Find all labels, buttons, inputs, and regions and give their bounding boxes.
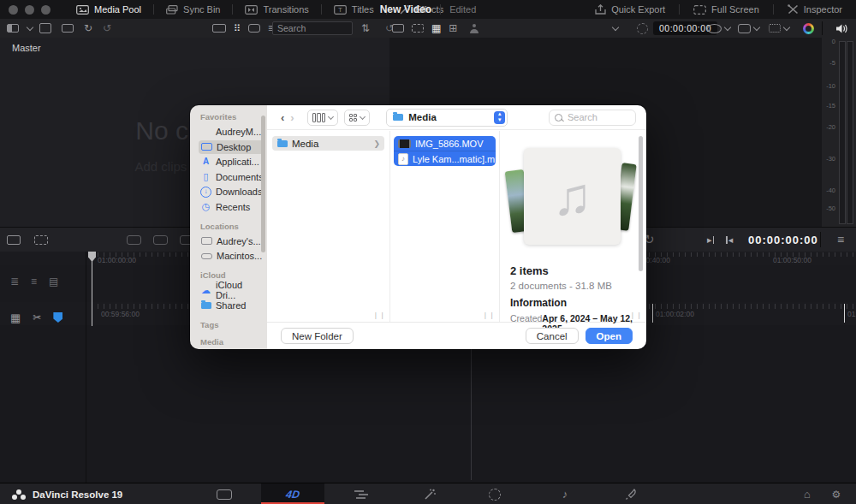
- search-input[interactable]: [272, 21, 353, 35]
- sidebar-toggle-icon[interactable]: [7, 24, 19, 33]
- thumbnail-view-icon[interactable]: ⠿: [234, 24, 241, 33]
- tab-sync-bin[interactable]: Sync Bin: [154, 0, 232, 19]
- timeline-tools-group: ≣ ≡ ▤: [10, 272, 58, 291]
- column-view-button[interactable]: [307, 110, 339, 126]
- file-row-mp3[interactable]: ♪ Lyle Kam...matic].mp3: [394, 151, 496, 166]
- column-resize-handle[interactable]: ❘❘: [630, 311, 643, 319]
- inspector-button[interactable]: Inspector: [774, 0, 856, 19]
- skip-group: ▸ ◂: [707, 230, 733, 249]
- grid-four-icon[interactable]: ⊞: [449, 23, 457, 33]
- sync-bin-icon: [166, 5, 178, 15]
- append-clip-icon[interactable]: [34, 235, 48, 245]
- chevron-down-icon[interactable]: [27, 23, 33, 30]
- new-folder-button[interactable]: New Folder: [281, 328, 354, 344]
- page-cut[interactable]: 4D: [276, 483, 310, 504]
- sidebar-item-desktop[interactable]: Desktop: [199, 140, 264, 154]
- filmstrip-view-icon[interactable]: [212, 24, 226, 33]
- import-media-icon[interactable]: [39, 23, 51, 33]
- chevron-down-icon[interactable]: [783, 23, 790, 30]
- meter-tick: -20: [826, 123, 835, 131]
- relink-icon[interactable]: ↻: [84, 23, 92, 33]
- smart-insert-icon[interactable]: [7, 235, 21, 245]
- film-frame-icon[interactable]: ▦: [10, 311, 21, 324]
- unlink-icon[interactable]: ↺: [103, 23, 111, 33]
- sidebar-item-recents[interactable]: ◷Recents: [199, 200, 264, 214]
- column-resize-handle[interactable]: ❘❘: [483, 311, 496, 319]
- column-resize-handle[interactable]: ❘❘: [373, 311, 386, 319]
- monitor-view-icon[interactable]: [248, 24, 260, 33]
- razor-icon[interactable]: ✂: [33, 311, 41, 323]
- color-wheel-icon[interactable]: [803, 23, 814, 34]
- file-row-mov[interactable]: IMG_5866.MOV: [394, 136, 496, 151]
- page-media[interactable]: [207, 483, 241, 504]
- snapping-icon[interactable]: [53, 312, 62, 323]
- page-fairlight[interactable]: ♪: [548, 483, 582, 504]
- previous-edit-icon[interactable]: ◂: [726, 234, 733, 246]
- hamburger-menu-icon[interactable]: ≡: [837, 233, 844, 246]
- import-folder-icon[interactable]: [62, 24, 74, 33]
- file-name: Lyle Kam...matic].mp3: [413, 154, 496, 164]
- crop-icon[interactable]: [412, 24, 424, 33]
- person-icon[interactable]: [470, 24, 479, 33]
- tab-transitions[interactable]: Transitions: [233, 0, 320, 19]
- cloud-icon: ☁: [200, 286, 211, 295]
- zoom-fit-icon[interactable]: [769, 24, 781, 33]
- mask-oval-icon[interactable]: [707, 24, 722, 33]
- sidebar-item-applications[interactable]: AApplicati...: [199, 155, 264, 169]
- sidebar-item-downloads[interactable]: ↓Downloads: [199, 185, 264, 199]
- tab-titles[interactable]: T Titles: [322, 0, 386, 19]
- open-button[interactable]: Open: [586, 328, 633, 344]
- sidebar-item-home[interactable]: AudreyM...: [199, 125, 264, 139]
- chevron-down-icon[interactable]: [612, 23, 619, 30]
- speaker-icon[interactable]: [835, 23, 848, 34]
- dialog-search-input[interactable]: [566, 111, 629, 123]
- home-icon: ⌂: [804, 488, 811, 501]
- viewer-mode-group: [127, 230, 194, 249]
- multicam-icon[interactable]: [738, 24, 751, 33]
- playhead-timecode[interactable]: 00:00:00:00: [748, 234, 818, 246]
- page-deliver[interactable]: [614, 483, 648, 504]
- traffic-light-zoom[interactable]: [41, 5, 51, 15]
- playhead-line[interactable]: [92, 253, 92, 326]
- film-option-icon[interactable]: ▤: [49, 276, 58, 288]
- film-frame-icon[interactable]: ▦: [431, 23, 441, 33]
- laptop-icon: [201, 237, 212, 245]
- tab-effects[interactable]: Effects: [387, 0, 455, 19]
- dialog-search-field[interactable]: [549, 110, 636, 126]
- source-clip-icon[interactable]: [127, 235, 141, 245]
- document-icon: ▯: [200, 172, 211, 181]
- sidebar-scrollbar[interactable]: [261, 116, 265, 252]
- chevron-down-icon[interactable]: [753, 23, 760, 30]
- folder-row-media[interactable]: Media ❯: [272, 136, 384, 151]
- sidebar-item-macintosh-hd[interactable]: Macintos...: [199, 249, 264, 263]
- source-tape-icon[interactable]: [153, 235, 168, 245]
- sidebar-section-title: iCloud: [200, 270, 267, 280]
- tab-media-pool[interactable]: Media Pool: [64, 0, 153, 19]
- sidebar-item-documents[interactable]: ▯Documents: [199, 170, 264, 184]
- chevron-down-icon[interactable]: [724, 23, 731, 30]
- quick-export-button[interactable]: Quick Export: [581, 0, 679, 19]
- location-dropdown[interactable]: Media ▲▼: [386, 109, 508, 127]
- cancel-button[interactable]: Cancel: [526, 328, 579, 344]
- bin-name[interactable]: Master: [12, 43, 41, 53]
- full-screen-button[interactable]: Full Screen: [680, 0, 773, 19]
- settings-button[interactable]: ⚙: [819, 483, 853, 504]
- traffic-light-minimize[interactable]: [25, 5, 34, 15]
- sidebar-item-label: Shared: [216, 300, 246, 311]
- track-layers-icon[interactable]: ≡: [31, 276, 37, 288]
- sidebar-item-icloud-drive[interactable]: ☁iCloud Dri...: [199, 283, 264, 297]
- sort-icon[interactable]: ⇅: [361, 23, 370, 33]
- svg-text:T: T: [338, 6, 342, 14]
- checklist-icon[interactable]: ≣: [10, 276, 19, 288]
- page-color[interactable]: [478, 483, 512, 504]
- back-button[interactable]: ‹: [281, 111, 284, 124]
- forward-button[interactable]: ›: [290, 111, 294, 124]
- group-by-button[interactable]: [344, 110, 370, 126]
- page-fusion[interactable]: [413, 483, 447, 504]
- page-edit[interactable]: [344, 483, 378, 504]
- traffic-light-close[interactable]: [9, 5, 18, 15]
- next-edit-icon[interactable]: ▸: [707, 234, 714, 246]
- image-icon[interactable]: [392, 24, 404, 33]
- sidebar-item-computer[interactable]: Audrey's...: [199, 234, 264, 248]
- preview-scrollbar[interactable]: [639, 136, 643, 271]
